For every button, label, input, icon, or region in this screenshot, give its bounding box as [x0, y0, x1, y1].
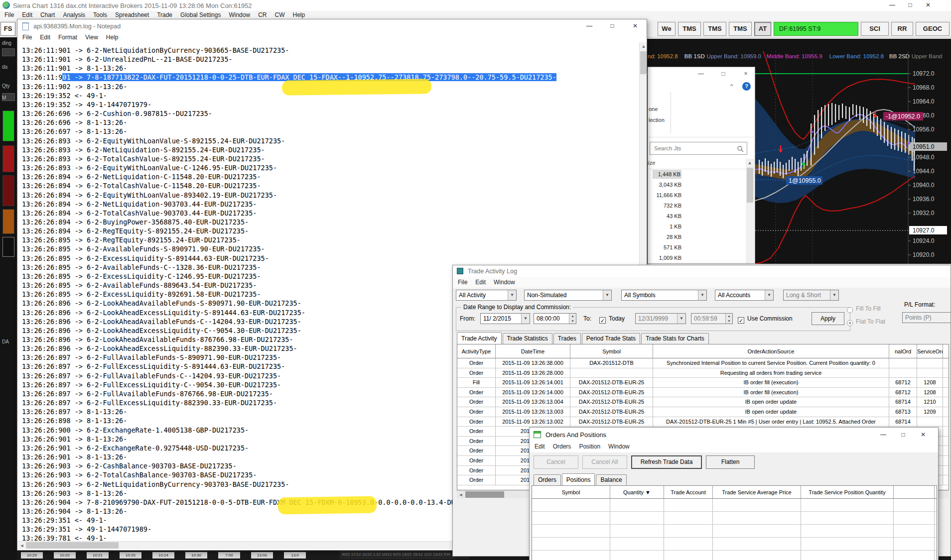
column-header[interactable]: Trade Service Position Quantity: [801, 486, 894, 498]
fs-button[interactable]: FS: [0, 22, 15, 36]
scroll-up-icon[interactable]: ▲: [640, 42, 647, 50]
table-row[interactable]: Order2015-11-09 13:26:13.003DAX-201512-D…: [457, 407, 949, 417]
spinner-arrows-icon[interactable]: ▲▼: [569, 314, 576, 324]
tab-balance[interactable]: Balance: [596, 474, 626, 485]
minimize-button[interactable]: —: [578, 19, 601, 32]
flatten-button[interactable]: Flatten: [706, 455, 755, 469]
flat-to-flat-radio[interactable]: [847, 318, 853, 327]
scrollbar-thumb[interactable]: [465, 491, 504, 498]
column-header[interactable]: ServiceOrderID: [917, 344, 943, 358]
maximize-button[interactable]: □: [601, 19, 624, 32]
cancel-all-button[interactable]: Cancel All: [582, 455, 627, 469]
fill-to-fill-radio[interactable]: [847, 305, 853, 314]
tal-menu-edit[interactable]: Edit: [475, 277, 486, 288]
tab-trade-stats-for-charts[interactable]: Trade Stats for Charts: [641, 333, 709, 344]
scroll-left-icon[interactable]: ◄: [457, 491, 465, 499]
accounts-filter-combo[interactable]: All Accounts▼: [715, 290, 774, 301]
use-commission-checkbox[interactable]: ✓: [738, 315, 744, 324]
explorer-scrollbar[interactable]: ▲: [746, 159, 754, 263]
notepad-menu-view[interactable]: View: [85, 33, 98, 42]
today-checkbox[interactable]: ✓: [599, 315, 606, 324]
to-date-combo[interactable]: 12/31/9999▼: [635, 313, 686, 324]
orders-menu-edit[interactable]: Edit: [535, 442, 545, 452]
sidebar-block-empty[interactable]: [2, 237, 14, 257]
tab-trade-statistics[interactable]: Trade Statistics: [503, 333, 552, 344]
toolbar-button-we[interactable]: We: [658, 22, 676, 36]
table-row[interactable]: Order2015-11-09 13:26:28.000Requesting a…: [457, 368, 949, 378]
close-button[interactable]: ✕: [919, 0, 937, 10]
minimize-button[interactable]: —: [873, 429, 893, 441]
table-row[interactable]: Fill2015-11-09 13:26:14.001DAX-201512-DT…: [457, 378, 949, 388]
from-time-spinner[interactable]: 08:00:00▲▼: [534, 313, 576, 324]
notepad-menu-edit[interactable]: Edit: [40, 33, 50, 42]
sidebar-block-red[interactable]: [2, 145, 14, 172]
column-header[interactable]: OrderActionSource: [653, 344, 889, 358]
close-button[interactable]: ✕: [913, 429, 933, 441]
scrollbar-thumb[interactable]: [26, 542, 119, 549]
explorer-minimize-button[interactable]: —: [695, 69, 706, 79]
ribbon-collapse-chevron-icon[interactable]: ^: [730, 83, 733, 89]
tab-trades[interactable]: Trades: [553, 333, 581, 344]
file-size-cell[interactable]: 43 KB: [653, 212, 681, 221]
column-header[interactable]: rd: [943, 344, 949, 358]
tal-menu-file[interactable]: File: [458, 277, 467, 288]
column-header[interactable]: Symbol: [532, 486, 610, 498]
positions-table[interactable]: SymbolQuantity ▼Trade AccountTrade Servi…: [532, 485, 937, 560]
table-row[interactable]: Order2015-11-09 13:26:14.000DAX-201512-D…: [457, 388, 949, 398]
cancel-button[interactable]: Cancel: [534, 455, 578, 469]
column-header[interactable]: ActivityType: [457, 344, 496, 358]
file-size-cell[interactable]: 732 KB: [653, 201, 681, 210]
symbols-filter-combo[interactable]: All Symbols▼: [621, 290, 707, 301]
tab-orders[interactable]: Orders: [534, 474, 561, 485]
pl-format-value[interactable]: Points (P): [902, 312, 951, 323]
sidebar-block-green[interactable]: [2, 111, 14, 141]
file-size-cell[interactable]: 571 KB: [653, 243, 681, 252]
sidebar-block-orange[interactable]: [2, 209, 14, 234]
help-icon[interactable]: ?: [742, 82, 751, 91]
table-row[interactable]: [532, 538, 937, 551]
column-header[interactable]: DateTime: [496, 344, 570, 358]
column-header[interactable]: Trade Account: [664, 486, 713, 498]
file-size-cell[interactable]: 1,009 KB: [653, 253, 681, 262]
toolbar-button-tms-3[interactable]: TMS: [729, 22, 752, 36]
notepad-menu-format[interactable]: Format: [58, 33, 77, 42]
scrollbar-thumb[interactable]: [640, 51, 647, 74]
tab-positions[interactable]: Positions: [562, 473, 595, 485]
sidebar-button[interactable]: [2, 48, 15, 56]
explorer-close-button[interactable]: ×: [740, 69, 751, 79]
sierra-menu-file[interactable]: File: [4, 11, 14, 20]
orders-menu-orders[interactable]: Orders: [553, 442, 571, 452]
maximize-button[interactable]: □: [901, 0, 919, 10]
to-time-spinner[interactable]: 00:59:59▲▼: [691, 313, 733, 324]
spinner-arrows-icon[interactable]: ▲▼: [725, 314, 732, 324]
refresh-trade-data-button[interactable]: Refresh Trade Data: [631, 455, 702, 469]
long-short-filter-combo[interactable]: Long & Short▼: [783, 290, 839, 301]
file-size-cell[interactable]: 3,043 KB: [653, 180, 681, 189]
notepad-menu-help[interactable]: Help: [106, 33, 119, 42]
toolbar-button-sci[interactable]: SCI: [861, 22, 889, 36]
from-date-combo[interactable]: 11/ 2/2015▼: [480, 313, 530, 324]
orders-menu-position[interactable]: Position: [579, 442, 600, 452]
column-header[interactable]: Trade Service Average Price: [713, 486, 801, 498]
scroll-left-icon[interactable]: ◄: [18, 542, 26, 550]
explorer-maximize-button[interactable]: □: [718, 69, 729, 79]
table-row[interactable]: [532, 525, 937, 538]
file-size-cell[interactable]: 1,448 KB: [653, 170, 681, 179]
table-row[interactable]: Order2015-11-09 13:26:38.000DAX-201512-D…: [457, 358, 949, 368]
toolbar-button-tms-2[interactable]: TMS: [703, 22, 726, 36]
toolbar-button-geoc[interactable]: GEOC: [916, 22, 950, 36]
column-header[interactable]: [894, 486, 935, 498]
scroll-up-icon[interactable]: ▲: [746, 159, 754, 167]
column-header[interactable]: nalOrd: [889, 344, 917, 358]
activity-filter-combo[interactable]: All Activity▼: [456, 290, 517, 301]
sidebar-block-maroon[interactable]: [2, 175, 14, 206]
tab-period-trade-stats[interactable]: Period Trade Stats: [582, 333, 640, 344]
file-size-cell[interactable]: 1 KB: [653, 222, 681, 231]
notepad-menu-file[interactable]: File: [22, 33, 32, 42]
scrollbar-thumb[interactable]: [747, 168, 753, 203]
minimize-button[interactable]: —: [883, 0, 901, 10]
toolbar-button-rr[interactable]: RR: [891, 22, 913, 36]
explorer-search-input[interactable]: Search Jts: [650, 142, 747, 155]
table-row[interactable]: Order2015-11-09 13:26:13.002DAX-201512-D…: [457, 417, 949, 427]
simulated-filter-combo[interactable]: Non-Simulated▼: [524, 290, 612, 301]
